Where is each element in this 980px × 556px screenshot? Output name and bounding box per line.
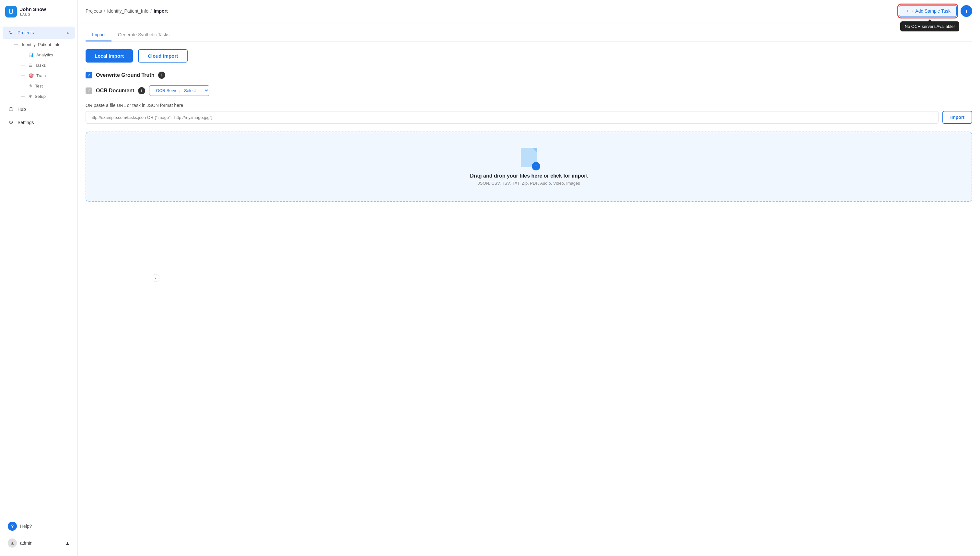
app-labs: LABS (20, 12, 46, 16)
project-subnav: Identify_Patient_Info 📊 Analytics ☰ Task… (0, 40, 78, 102)
breadcrumb-sep-2: / (150, 8, 152, 14)
page-body: Import Generate Synthetic Tasks Local Im… (78, 23, 980, 556)
breadcrumb-projects[interactable]: Projects (86, 8, 102, 14)
upload-circle-icon: ↑ (532, 162, 540, 170)
url-input-wrap (86, 111, 938, 124)
connector (14, 44, 18, 45)
tab-generate-synthetic[interactable]: Generate Synthetic Tasks (112, 29, 176, 42)
chevron-up-icon: ▲ (66, 31, 70, 35)
project-children: 📊 Analytics ☰ Tasks 🎯 Train (6, 50, 78, 102)
setup-icon: ✱ (29, 94, 32, 99)
admin-name: admin (20, 540, 62, 546)
drop-zone-subtitle: JSON, CSV, TSV, TXT, Zip, PDF, Audio, Vi… (478, 181, 580, 186)
test-label: Test (35, 84, 43, 89)
file-drop-zone[interactable]: ↑ Drag and drop your files here or click… (86, 131, 972, 202)
overwrite-label: Overwrite Ground Truth (96, 72, 154, 78)
tasks-icon: ☰ (29, 63, 32, 68)
sidebar-item-hub[interactable]: ⬡ Hub (3, 103, 75, 115)
setup-label: Setup (35, 94, 46, 99)
overwrite-info-icon[interactable]: i (158, 72, 165, 79)
train-icon: 🎯 (29, 73, 34, 78)
ocr-check-icon: ✓ (87, 88, 91, 93)
test-icon: ⚗ (29, 84, 32, 89)
sidebar-item-setup[interactable]: ✱ Setup (16, 91, 75, 102)
sidebar: U John Snow LABS 🗂 Projects ▲ Identify_P… (0, 0, 78, 556)
import-buttons-row: Local Import Cloud Import (86, 49, 972, 63)
sidebar-bottom: ? Help? a admin ▲ (0, 513, 78, 556)
help-button[interactable]: ? Help? (5, 519, 72, 534)
logo-icon: U (5, 6, 17, 18)
app-name: John Snow (20, 6, 46, 12)
file-upload-icon: ↑ (521, 148, 537, 167)
sidebar-item-settings[interactable]: ⚙ Settings (3, 116, 75, 129)
train-label: Train (36, 73, 46, 78)
breadcrumb-current: Import (154, 8, 168, 14)
local-import-button[interactable]: Local Import (86, 49, 133, 63)
projects-label: Projects (18, 30, 63, 35)
add-sample-task-button[interactable]: ＋ + Add Sample Task (899, 5, 957, 17)
ocr-option-row: ✓ OCR Document i OCR Server: --Select-- (86, 85, 972, 96)
help-icon: ? (8, 522, 17, 531)
tabs-row: Import Generate Synthetic Tasks (86, 29, 972, 42)
logo-area: U John Snow LABS (0, 0, 78, 23)
url-hint-text: OR paste a file URL or task in JSON form… (86, 103, 183, 108)
ocr-info-icon[interactable]: i (138, 87, 145, 94)
hub-icon: ⬡ (8, 106, 14, 112)
drop-zone-title: Drag and drop your files here or click f… (470, 173, 588, 179)
admin-avatar: a (8, 538, 17, 548)
url-hint: OR paste a file URL or task in JSON form… (86, 102, 972, 108)
tooltip-no-ocr: No OCR servers Available! (900, 21, 959, 31)
breadcrumb: Projects / Identify_Patient_Info / Impor… (86, 8, 168, 14)
top-bar: Projects / Identify_Patient_Info / Impor… (78, 0, 980, 23)
analytics-icon: 📊 (29, 52, 34, 57)
breadcrumb-project-name[interactable]: Identify_Patient_Info (107, 8, 149, 14)
overwrite-option-row: ✓ Overwrite Ground Truth i (86, 72, 972, 79)
check-icon: ✓ (87, 73, 91, 78)
tasks-label: Tasks (35, 63, 46, 68)
chevron-down-icon: ▲ (65, 540, 70, 546)
sidebar-item-project[interactable]: Identify_Patient_Info (9, 40, 75, 50)
breadcrumb-sep-1: / (104, 8, 105, 14)
import-url-button[interactable]: Import (943, 111, 972, 124)
sidebar-item-test[interactable]: ⚗ Test (16, 81, 75, 91)
main-content: Projects / Identify_Patient_Info / Impor… (78, 0, 980, 556)
drop-icon: ↑ (521, 148, 537, 168)
overwrite-checkbox[interactable]: ✓ (86, 72, 92, 78)
admin-row[interactable]: a admin ▲ (5, 535, 72, 551)
top-bar-actions: ＋ + Add Sample Task i No OCR servers Ava… (899, 5, 972, 17)
sidebar-item-train[interactable]: 🎯 Train (16, 71, 75, 81)
cloud-import-button[interactable]: Cloud Import (138, 49, 188, 63)
sidebar-item-projects[interactable]: 🗂 Projects ▲ (3, 27, 75, 39)
tab-import[interactable]: Import (86, 29, 112, 42)
sidebar-nav: 🗂 Projects ▲ Identify_Patient_Info 📊 Ana… (0, 23, 78, 513)
sidebar-item-analytics[interactable]: 📊 Analytics (16, 50, 75, 60)
ocr-checkbox[interactable]: ✓ (86, 87, 92, 94)
settings-label: Settings (18, 120, 70, 125)
settings-icon: ⚙ (8, 119, 14, 125)
url-input[interactable] (86, 111, 938, 124)
sidebar-collapse-button[interactable]: ‹ (152, 274, 159, 282)
projects-icon: 🗂 (8, 30, 14, 36)
help-label: Help? (20, 524, 32, 529)
ocr-label: OCR Document (96, 88, 134, 94)
plus-icon: ＋ (905, 8, 910, 14)
hub-label: Hub (18, 107, 70, 112)
url-input-row: Import (86, 111, 972, 124)
page-container: ‹ Projects / Identify_Patient_Info / Imp… (78, 0, 980, 556)
sidebar-item-tasks[interactable]: ☰ Tasks (16, 60, 75, 70)
add-sample-label: + Add Sample Task (912, 8, 951, 14)
project-name-label: Identify_Patient_Info (22, 42, 61, 47)
analytics-label: Analytics (36, 52, 53, 57)
info-button[interactable]: i (961, 5, 972, 17)
ocr-server-select[interactable]: OCR Server: --Select-- (149, 85, 209, 96)
